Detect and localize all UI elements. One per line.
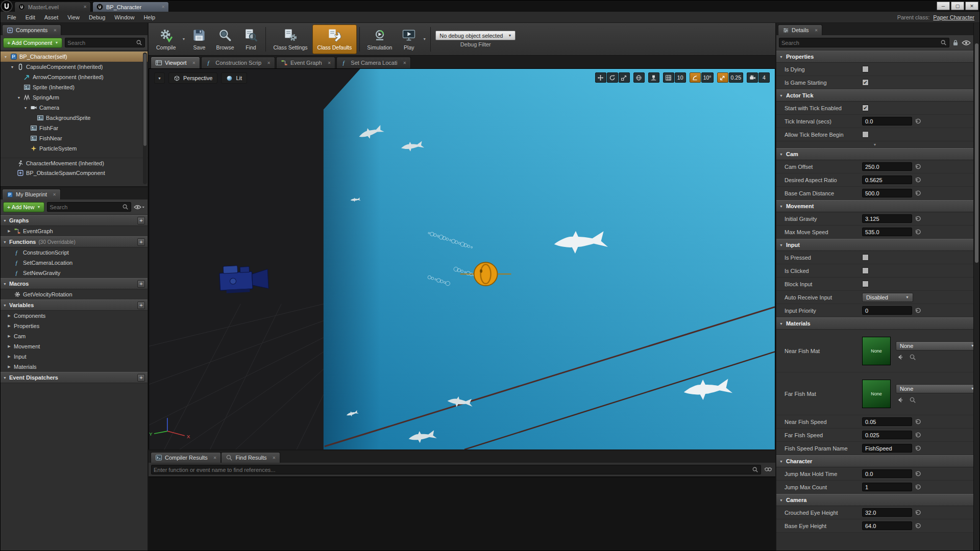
toolbar-play-button[interactable]: Play <box>397 24 421 54</box>
material-thumbnail[interactable]: None <box>862 380 891 408</box>
menu-help[interactable]: Help <box>139 12 160 22</box>
section-header-macros[interactable]: ▼Macros+ <box>1 278 148 289</box>
revert-icon[interactable] <box>914 163 921 170</box>
menu-file[interactable]: File <box>3 12 21 22</box>
value-field[interactable]: 0.05 <box>862 417 912 426</box>
chevron-down-icon[interactable]: ▼ <box>181 37 187 41</box>
find-results-search-input[interactable] <box>154 467 750 473</box>
details-section-input[interactable]: ▼Input <box>776 239 973 251</box>
expander-icon[interactable]: ▼ <box>23 106 28 110</box>
revert-icon[interactable] <box>914 307 921 314</box>
details-searchbox[interactable] <box>779 38 949 47</box>
revert-icon[interactable] <box>914 432 921 438</box>
revert-icon[interactable] <box>914 445 921 452</box>
close-button[interactable]: ✕ <box>965 2 978 10</box>
expander-icon[interactable]: ▶ <box>7 314 12 318</box>
minimize-button[interactable]: ─ <box>937 2 950 10</box>
doc-tab-set-camera-locati[interactable]: fSet Camera Locati✕ <box>336 57 411 68</box>
eye-icon[interactable] <box>962 39 971 46</box>
material-dropdown[interactable]: None▼ <box>896 384 973 393</box>
details-section-character[interactable]: ▼Character <box>776 455 973 467</box>
globe-button[interactable] <box>633 72 645 83</box>
add-icon[interactable]: + <box>137 280 145 288</box>
blueprint-item-properties[interactable]: ▶Properties <box>1 321 148 331</box>
toolbar-class-defaults-button[interactable]: Class Defaults <box>312 24 357 54</box>
components-tab[interactable]: Components ✕ <box>2 24 61 35</box>
value-field[interactable]: FishSpeed <box>862 444 912 453</box>
scale-snap-value[interactable]: 0.25 <box>729 72 743 83</box>
toolbar-save-button[interactable]: Save <box>187 24 211 54</box>
value-field[interactable]: 64.0 <box>862 521 912 530</box>
debug-object-dropdown[interactable]: No debug object selected ▼ <box>435 31 516 40</box>
material-thumbnail[interactable]: None <box>862 337 891 365</box>
details-section-materials[interactable]: ▼Materials <box>776 317 973 330</box>
checkbox[interactable] <box>862 254 869 261</box>
components-searchbox[interactable] <box>65 38 145 47</box>
expander-icon[interactable]: ▶ <box>7 344 12 348</box>
component-tree-item-springarm[interactable]: ▼SpringArm <box>1 92 148 103</box>
close-icon[interactable]: ✕ <box>189 61 196 65</box>
value-field[interactable]: 0.0 <box>862 117 912 126</box>
component-tree-item-backgroundsprite[interactable]: BackgroundSprite <box>1 113 148 123</box>
checkbox[interactable]: ✔ <box>862 105 869 111</box>
expander-icon[interactable]: ▶ <box>7 355 12 359</box>
rotation-snap-value[interactable]: 10° <box>701 72 714 83</box>
blueprint-item-components[interactable]: ▶Components <box>1 311 148 321</box>
checkbox[interactable]: ✔ <box>862 79 869 86</box>
add-icon[interactable]: + <box>137 302 145 309</box>
camera-speed-value[interactable]: 4 <box>758 72 770 83</box>
blueprint-item-materials[interactable]: ▶Materials <box>1 362 148 372</box>
maximize-button[interactable]: ▢ <box>951 2 964 10</box>
value-field[interactable]: 250.0 <box>862 162 912 171</box>
blueprint-item-cam[interactable]: ▶Cam <box>1 331 148 341</box>
material-dropdown[interactable]: None▼ <box>896 341 973 350</box>
checkbox[interactable] <box>862 66 869 72</box>
revert-icon[interactable] <box>914 190 921 196</box>
section-header-functions[interactable]: ▼Functions(30 Overridable)+ <box>1 236 148 247</box>
expander-icon[interactable]: ▶ <box>7 229 12 233</box>
bottom-tab-find-results[interactable]: Find Results✕ <box>221 452 280 463</box>
value-field[interactable]: 0.5625 <box>862 176 912 184</box>
parent-class-link[interactable]: Paper Character <box>933 14 974 20</box>
value-field[interactable]: 32.0 <box>862 508 912 517</box>
toolbar-class-settings-button[interactable]: Class Settings <box>268 24 312 54</box>
value-field[interactable]: 0.0 <box>862 469 912 478</box>
add-new-button[interactable]: + Add New ▼ <box>3 202 44 212</box>
component-tree-item-sprite-inherited[interactable]: Sprite (Inherited) <box>1 82 148 92</box>
close-icon[interactable]: ✕ <box>812 28 818 33</box>
scale-snap-button[interactable] <box>717 72 728 83</box>
close-icon[interactable]: ✕ <box>50 192 56 197</box>
add-icon[interactable]: + <box>137 238 145 246</box>
scale-button[interactable] <box>619 72 630 83</box>
expander-icon[interactable]: ▶ <box>7 324 12 328</box>
value-field[interactable]: 1 <box>862 483 912 491</box>
close-icon[interactable]: ✕ <box>264 61 271 65</box>
menu-window[interactable]: Window <box>110 12 139 22</box>
grid-snap-value[interactable]: 10 <box>675 72 686 83</box>
doc-tab-viewport[interactable]: Viewport✕ <box>151 57 200 68</box>
details-scrollbar[interactable] <box>973 23 979 550</box>
menu-asset[interactable]: Asset <box>40 12 63 22</box>
checkbox[interactable] <box>862 267 869 274</box>
expander-icon[interactable]: ▶ <box>7 334 12 338</box>
details-section-actor-tick[interactable]: ▼Actor Tick <box>776 89 973 102</box>
section-header-graphs[interactable]: ▼Graphs+ <box>1 215 148 226</box>
close-icon[interactable]: ✕ <box>210 456 217 460</box>
blueprint-item-input[interactable]: ▶Input <box>1 352 148 362</box>
revert-icon[interactable] <box>914 229 921 235</box>
menu-debug[interactable]: Debug <box>84 12 110 22</box>
details-section-cam[interactable]: ▼Cam <box>776 148 973 160</box>
component-tree-item-bp-character-self[interactable]: ▼BP_Character(self) <box>1 52 148 62</box>
dropdown[interactable]: Disabled▼ <box>862 293 913 302</box>
components-scrollbar[interactable] <box>143 53 147 184</box>
viewport[interactable]: XY ▼ Perspective Lit 1010°0.254 <box>149 69 775 449</box>
blueprint-item-eventgraph[interactable]: ▶EventGraph <box>1 226 148 236</box>
toolbar-find-button[interactable]: Find <box>238 24 263 54</box>
component-tree-item-arrowcomponent-inherited[interactable]: ArrowComponent (Inherited) <box>1 72 148 82</box>
expander-icon[interactable]: ▼ <box>3 55 8 59</box>
menu-edit[interactable]: Edit <box>21 12 40 22</box>
value-field[interactable]: 500.0 <box>862 189 912 197</box>
revert-icon[interactable] <box>914 509 921 516</box>
doc-tab-construction-scrip[interactable]: fConstruction Scrip✕ <box>201 57 275 68</box>
value-field[interactable]: 3.125 <box>862 214 912 223</box>
